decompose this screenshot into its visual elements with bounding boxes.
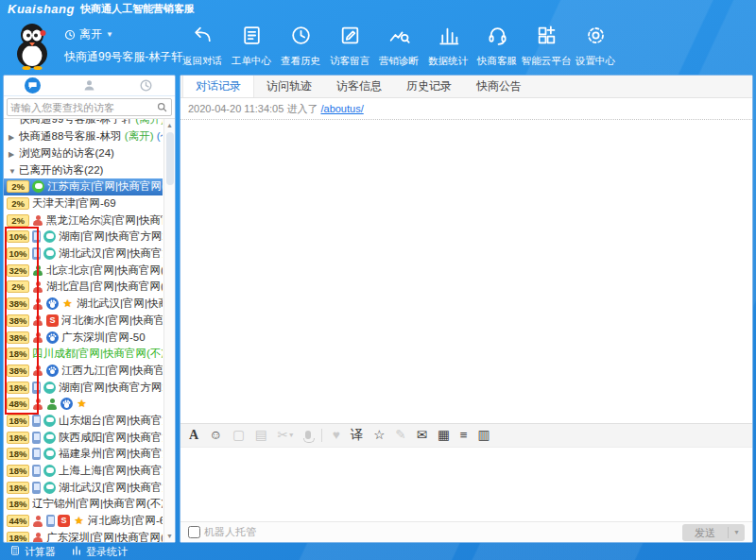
visitor-row[interactable]: 18%上海上海|官网|快商官方网站... — [4, 463, 163, 480]
event-time: 2020-04-20 11:34:05 — [188, 103, 284, 114]
toolbar-label: 营销诊断 — [379, 55, 419, 68]
tree-arrow-icon[interactable]: ▶ — [9, 146, 19, 161]
person-icon — [82, 78, 96, 93]
font-icon[interactable]: A — [189, 429, 198, 442]
toolbar-item-settings-center[interactable]: 设置中心 — [571, 24, 620, 68]
marketing-diagnosis-icon — [387, 24, 411, 51]
visitor-row[interactable]: 18%湖北武汉|官网|快商官方网站... — [4, 479, 163, 496]
visitor-label: 广东深圳|官网|快商官网(不准测... — [46, 531, 163, 542]
visitor-row[interactable]: 38%S河北衡水|官网|快商官网(不... — [4, 313, 163, 330]
visitor-label: 湖北武汉|官网|快商官方网站... — [59, 246, 163, 261]
visitor-row[interactable]: 18%四川成都|官网|快商官网(不准测试)-68 — [4, 346, 163, 363]
chat-history-area[interactable] — [180, 120, 752, 423]
main-tab-1[interactable]: 访问轨迹 — [254, 76, 324, 97]
list-icon[interactable]: ≡ — [460, 429, 468, 442]
toolbar-label: 智能云平台 — [522, 55, 572, 68]
visitor-row[interactable]: 44%S★河北廊坊|官网-63 — [4, 513, 163, 530]
search-icon[interactable] — [156, 101, 168, 113]
visitor-row[interactable]: 18%山东烟台|官网|快商官方网站... — [4, 413, 163, 430]
main-tab-4[interactable]: 快商公告 — [464, 76, 534, 97]
visitor-panel: 快商通99号客服-林子轩 (离开) (个人筛选)▶快商通88号客服-林羽 (离开… — [3, 75, 176, 543]
visitor-row[interactable]: 2%湖北宜昌|官网|快商官网(不准测... — [4, 279, 163, 296]
group-filter-link[interactable]: (个人筛选) — [157, 130, 163, 142]
visitor-row[interactable]: 18%广东深圳|官网|快商官网(不准测... — [4, 529, 163, 542]
event-page-link[interactable]: /aboutus/ — [320, 103, 363, 114]
visitor-group-row[interactable]: ▶浏览网站的访客(24) — [4, 144, 163, 161]
chat-face-icon — [43, 448, 56, 460]
visitor-row[interactable]: 38%广东深圳|官网-50 — [4, 329, 163, 346]
toolbar-item-cloud-platform[interactable]: 智能云平台 — [522, 24, 571, 68]
scroll-up-icon[interactable]: ▲ — [164, 122, 175, 128]
toolbar-item-data-statistics[interactable]: 数据统计 — [423, 24, 472, 68]
send-dropdown-icon[interactable]: ▼ — [729, 529, 745, 535]
tab-contacts[interactable] — [60, 76, 117, 95]
engagement-percent-badge: 18% — [7, 498, 29, 510]
visitor-row[interactable]: 38%★湖北武汉|官网|快商官网... — [4, 296, 163, 313]
agent-status-selector[interactable]: 离开 ▼ — [64, 26, 168, 42]
visitor-row[interactable]: 2%黑龙江哈尔滨|官网|快商官网(... — [4, 212, 163, 229]
login-stats-icon — [71, 545, 82, 558]
message-input-area[interactable] — [180, 448, 752, 521]
visitor-row[interactable]: 18%辽宁锦州|官网|快商官网(不准测试)-57 — [4, 496, 163, 513]
star-icon[interactable]: ☆ — [373, 429, 385, 442]
main-tabs: 对话记录访问轨迹访客信息历史记录快商公告 — [180, 76, 752, 98]
engagement-percent-badge: 10% — [7, 230, 29, 243]
visitor-row[interactable]: 38%江西九江|官网|快商官网(不准测... — [4, 363, 163, 380]
toolbar-item-view-history[interactable]: 查看历史 — [276, 24, 325, 68]
main-tab-3[interactable]: 历史记录 — [394, 76, 464, 97]
main-tab-0[interactable]: 对话记录 — [182, 76, 254, 97]
tab-history[interactable] — [118, 76, 175, 95]
toolbar-divider — [321, 429, 322, 442]
visitor-list: 快商通99号客服-林子轩 (离开) (个人筛选)▶快商通88号客服-林羽 (离开… — [4, 119, 175, 542]
engagement-percent-badge: 18% — [7, 448, 29, 460]
visitor-row[interactable]: 18%陕西咸阳|官网|快商官方网站... — [4, 429, 163, 446]
mail-icon[interactable]: ✉ — [417, 429, 427, 442]
agent-name: 快商通99号客服-林子轩 — [64, 49, 168, 65]
visitor-row[interactable]: 32%北京北京|官网|快商官网(不准测... — [4, 262, 163, 279]
visitor-row[interactable]: 48%★ — [4, 396, 163, 413]
visitor-row[interactable]: 2%江苏南京|官网|快商官网(不准测... — [4, 178, 163, 195]
engagement-percent-badge: 18% — [7, 348, 29, 360]
agent-avatar[interactable] — [8, 21, 57, 70]
engagement-percent-badge: 18% — [7, 415, 29, 427]
return-chat-icon — [191, 24, 215, 51]
main-tab-2[interactable]: 访客信息 — [324, 76, 394, 97]
search-input[interactable] — [10, 102, 156, 113]
toolbar-item-marketing-diagnosis[interactable]: 营销诊断 — [374, 24, 423, 68]
statusbar-item-calculator[interactable]: 计算器 — [9, 545, 56, 559]
table-icon[interactable]: ▦ — [438, 429, 450, 442]
baidu-source-icon — [46, 297, 59, 310]
visitor-row[interactable]: 2%天津天津|官网-69 — [4, 195, 163, 212]
visitor-row[interactable]: 10%湖北武汉|官网|快商官方网站... — [4, 246, 163, 263]
toolbar-item-return-chat[interactable]: 返回对话 — [178, 24, 227, 68]
group-title: 快商通99号客服-林子轩 — [19, 119, 132, 125]
emoji-icon[interactable]: ☺ — [209, 429, 222, 442]
engagement-percent-badge: 18% — [7, 432, 29, 444]
scrollbar-thumb[interactable] — [166, 132, 174, 185]
list-scrollbar[interactable]: ▲ ▼ — [163, 119, 175, 542]
toolbar-item-kuaishang-service[interactable]: 快商客服 — [472, 24, 522, 68]
sogou-source-icon: S — [58, 515, 70, 527]
visitor-group-row[interactable]: ▼已离开的访客(22) — [4, 161, 163, 178]
tab-chat[interactable] — [4, 76, 60, 95]
document-icon[interactable]: ▥ — [478, 429, 490, 442]
visitor-row[interactable]: 18%湖南|官网|快商官方网站(不... — [4, 379, 163, 396]
send-button[interactable]: 发送 — [682, 524, 728, 541]
visitor-group-row[interactable]: 快商通99号客服-林子轩 (离开) (个人筛选) — [4, 119, 163, 127]
toolbar-item-visitor-message[interactable]: 访客留言 — [325, 24, 374, 68]
visitor-label: 北京北京|官网|快商官网(不准测... — [46, 263, 163, 278]
chat-face-icon — [43, 432, 56, 444]
visitor-label: 天津天津|官网-69 — [32, 196, 163, 211]
tree-arrow-icon[interactable]: ▼ — [9, 163, 19, 178]
visitor-row[interactable]: 10%湖南|官网|快商官方网站(不... — [4, 229, 163, 246]
visitor-row[interactable]: 18%福建泉州|官网|快商官方网站... — [4, 446, 163, 463]
tree-arrow-icon[interactable]: ▶ — [9, 129, 19, 144]
translate-icon[interactable]: 译 — [351, 429, 364, 442]
status-caret-icon: ▼ — [106, 30, 113, 39]
scroll-down-icon[interactable]: ▼ — [164, 533, 175, 539]
visitor-message-icon — [338, 24, 362, 51]
statusbar-item-login-stats[interactable]: 登录统计 — [71, 545, 128, 559]
visitor-group-row[interactable]: ▶快商通88号客服-林羽 (离开) (个人筛选) — [4, 127, 163, 144]
toolbar-item-ticket-center[interactable]: 工单中心 — [227, 24, 276, 68]
robot-checkbox[interactable] — [188, 526, 200, 538]
